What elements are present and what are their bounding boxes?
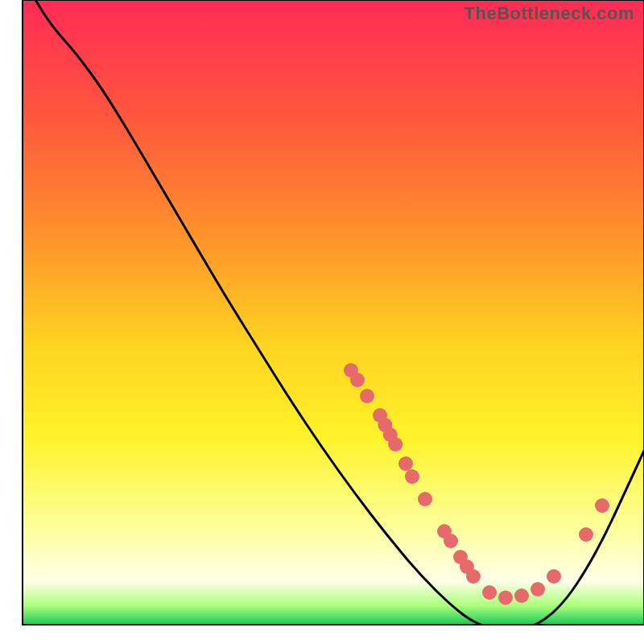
highlight-dot [360, 389, 374, 403]
highlight-dot [595, 498, 609, 513]
highlight-dot [405, 469, 419, 484]
gradient-background [23, 0, 644, 625]
watermark-text: TheBottleneck.com [464, 3, 634, 24]
highlight-dot [466, 569, 481, 584]
highlight-dot [579, 527, 593, 542]
highlight-dot [547, 569, 561, 584]
highlight-dot [498, 590, 513, 605]
highlight-dot [350, 373, 365, 387]
highlight-dot [388, 437, 402, 452]
highlight-dot [444, 534, 458, 548]
highlight-dot [418, 492, 432, 506]
bottleneck-chart [0, 0, 644, 644]
chart-container: TheBottleneck.com [0, 0, 644, 644]
highlight-dot [398, 456, 413, 471]
highlight-dot [530, 582, 545, 597]
highlight-dot [482, 585, 497, 600]
highlight-dot [514, 588, 529, 603]
